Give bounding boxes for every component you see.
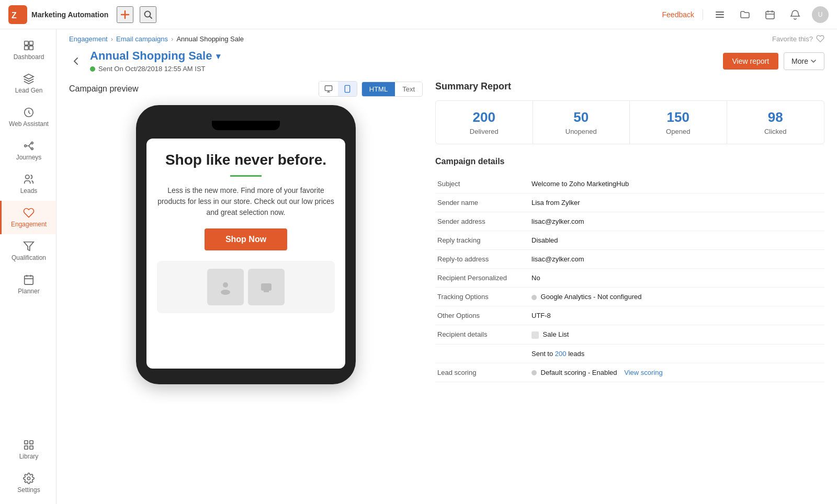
more-chevron-icon — [810, 58, 817, 64]
sidebar-item-library[interactable]: Library — [0, 433, 56, 466]
detail-val-other-options: UTF-8 — [529, 306, 824, 325]
back-button[interactable] — [69, 54, 84, 68]
svg-rect-30 — [25, 446, 28, 449]
toggle-mobile-btn[interactable] — [338, 82, 357, 96]
user-avatar[interactable]: U — [812, 6, 829, 23]
breadcrumb-engagement[interactable]: Engagement — [69, 35, 108, 43]
detail-key-sender-address: Sender address — [435, 212, 529, 231]
stat-delivered: 200 Delivered — [436, 101, 533, 144]
sidebar-item-settings[interactable]: Settings — [0, 466, 56, 500]
feedback-link[interactable]: Feedback — [662, 10, 694, 19]
email-product-preview — [157, 261, 335, 313]
svg-line-5 — [150, 16, 152, 18]
toggle-device — [319, 81, 357, 97]
stat-opened: 150 Opened — [630, 101, 727, 144]
sidebar-label-web-assistant: Web Assistant — [9, 120, 49, 128]
table-row: Subject Welcome to Zoho MarketingHub — [435, 175, 824, 193]
search-button[interactable] — [140, 6, 156, 23]
sidebar-label-lead-gen: Lead Gen — [15, 87, 43, 94]
breadcrumb-email-campaigns[interactable]: Email campaigns — [116, 35, 168, 43]
svg-point-35 — [223, 282, 228, 288]
detail-key-personalized: Recipient Personalized — [435, 269, 529, 288]
breadcrumb: Engagement › Email campaigns › Annual Sh… — [69, 35, 244, 43]
sidebar-item-engagement[interactable]: Engagement — [0, 201, 56, 234]
svg-rect-8 — [716, 17, 724, 18]
svg-point-20 — [31, 148, 33, 150]
calendar-icon[interactable] — [762, 6, 778, 23]
detail-val-recipient-details: Sale List — [529, 325, 824, 345]
favorite-block[interactable]: Favorite this? — [772, 35, 824, 43]
sent-status-text: Sent On Oct/28/2018 12:55 AM IST — [98, 65, 206, 73]
breadcrumb-current: Annual Shopping Sale — [176, 35, 244, 43]
table-row: Sender name Lisa from Zylker — [435, 193, 824, 212]
toggle-html-btn[interactable]: HTML — [362, 82, 395, 96]
table-row: Reply tracking Disabled — [435, 231, 824, 250]
topbar: Z Marketing Automation Feedback — [0, 0, 837, 29]
phone-mockup: Shop like never before. Less is the new … — [136, 105, 356, 384]
email-preview-inner: Shop like never before. Less is the new … — [146, 139, 345, 326]
svg-rect-7 — [716, 14, 724, 15]
sidebar-item-dashboard[interactable]: Dashboard — [0, 33, 56, 67]
svg-rect-33 — [345, 85, 349, 92]
svg-rect-16 — [29, 46, 33, 50]
table-row: Reply-to address lisac@zylker.com — [435, 250, 824, 269]
desktop-icon — [324, 85, 333, 93]
campaign-details-title: Campaign details — [435, 157, 824, 166]
sidebar-item-qualification[interactable]: Qualification — [0, 234, 56, 268]
summary-panel: Summary Report 200 Delivered 50 Unopened… — [435, 81, 824, 460]
notifications-icon[interactable] — [787, 6, 804, 23]
page-title-block: Annual Shopping Sale ▾ Sent On Oct/28/20… — [90, 49, 220, 73]
sidebar-item-lead-gen[interactable]: Lead Gen — [0, 67, 56, 100]
detail-key-subject: Subject — [435, 175, 529, 193]
preview-toggle: HTML Text — [319, 81, 423, 97]
sidebar-item-leads[interactable]: Leads — [0, 167, 56, 201]
detail-val-personalized: No — [529, 269, 824, 288]
view-scoring-link[interactable]: View scoring — [624, 369, 662, 376]
sent-200-link[interactable]: 200 — [555, 350, 567, 358]
sidebar: Dashboard Lead Gen Web Assistant — [0, 29, 56, 504]
phone-content: Shop like never before. Less is the new … — [146, 139, 345, 369]
sidebar-item-journeys[interactable]: Journeys — [0, 134, 56, 167]
title-dropdown-icon[interactable]: ▾ — [216, 51, 220, 61]
svg-rect-27 — [25, 441, 28, 444]
status-dot — [90, 66, 95, 72]
svg-marker-22 — [24, 242, 33, 251]
svg-point-18 — [25, 145, 27, 147]
list-icon[interactable] — [711, 6, 728, 23]
detail-val-reply-tracking: Disabled — [529, 231, 824, 250]
sidebar-label-settings: Settings — [17, 486, 40, 494]
two-col-layout: Campaign preview — [56, 81, 837, 472]
toggle-text-btn[interactable]: Text — [395, 82, 422, 96]
detail-val-lead-scoring: Default scoring - Enabled View scoring — [529, 363, 824, 382]
toggle-desktop-btn[interactable] — [319, 82, 338, 96]
breadcrumb-sep-2: › — [171, 35, 173, 43]
more-button[interactable]: More — [784, 52, 824, 70]
add-button[interactable] — [117, 6, 133, 23]
detail-val-tracking: Google Analytics - Not configured — [529, 288, 824, 306]
page-header-right: View report More — [723, 52, 824, 70]
svg-point-36 — [221, 290, 230, 295]
details-table: Subject Welcome to Zoho MarketingHub Sen… — [435, 175, 824, 382]
svg-rect-6 — [716, 12, 724, 13]
shop-now-button[interactable]: Shop Now — [205, 228, 287, 250]
mobile-icon — [343, 85, 352, 93]
topbar-divider — [703, 9, 703, 20]
sidebar-item-planner[interactable]: Planner — [0, 268, 56, 301]
svg-rect-15 — [25, 46, 28, 50]
preview-title: Campaign preview — [69, 84, 139, 94]
svg-rect-23 — [25, 276, 33, 285]
detail-val-sender-address: lisac@zylker.com — [529, 212, 824, 231]
stat-opened-label: Opened — [636, 128, 720, 135]
svg-rect-14 — [29, 41, 33, 45]
detail-val-sent: Sent to 200 leads — [529, 344, 824, 363]
svg-point-21 — [26, 175, 29, 179]
sidebar-item-web-assistant[interactable]: Web Assistant — [0, 100, 56, 134]
sidebar-label-journeys: Journeys — [16, 154, 42, 161]
svg-rect-32 — [325, 86, 332, 90]
table-row: Sender address lisac@zylker.com — [435, 212, 824, 231]
view-report-button[interactable]: View report — [723, 53, 779, 70]
svg-rect-37 — [261, 283, 272, 291]
folder-icon[interactable] — [737, 6, 753, 23]
app-logo[interactable]: Z Marketing Automation — [8, 5, 108, 24]
table-row: Recipient Personalized No — [435, 269, 824, 288]
